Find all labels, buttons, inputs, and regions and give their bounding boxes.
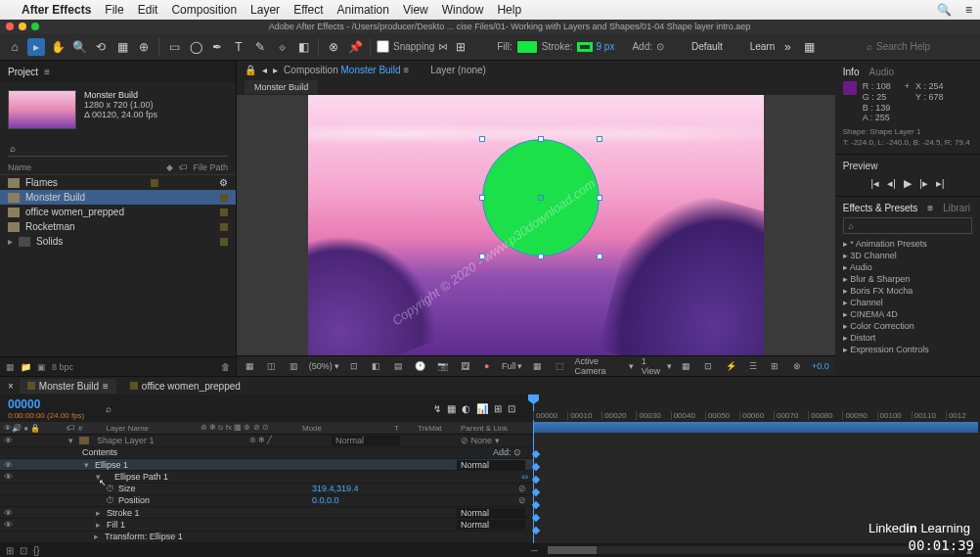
menu-extra-icon[interactable]: ≡: [965, 3, 972, 17]
blend-mode-select[interactable]: Normal: [457, 460, 525, 470]
flowchart-icon[interactable]: ⊞: [768, 358, 782, 374]
menu-edit[interactable]: Edit: [138, 3, 158, 17]
layer-row[interactable]: 👁 ▸ Stroke 1 Normal: [0, 507, 533, 519]
mask-icon[interactable]: ◧: [369, 358, 383, 374]
interpret-icon[interactable]: ▦: [6, 362, 15, 372]
effects-category[interactable]: ▸ Audio: [843, 261, 972, 273]
menu-animation[interactable]: Animation: [337, 3, 389, 17]
effects-category[interactable]: ▸ Channel: [843, 297, 972, 308]
time-ruler[interactable]: 0000000010000200003000040000500006000070…: [533, 395, 980, 422]
twirl-icon[interactable]: ▾: [84, 460, 89, 470]
maximize-window-icon[interactable]: [31, 23, 39, 30]
layer-row[interactable]: 👁 ▾ Ellipse 1 Normal: [0, 459, 533, 471]
add-label[interactable]: Add: ⊙: [632, 41, 664, 52]
settings-icon[interactable]: ⚙: [219, 177, 228, 188]
tag-icon[interactable]: ◆: [166, 162, 173, 172]
ellipse-tool-icon[interactable]: ◯: [187, 38, 204, 56]
stroke-color-swatch[interactable]: [577, 42, 593, 52]
project-item[interactable]: Flames⚙: [0, 175, 236, 190]
roto-tool-icon[interactable]: ⊗: [325, 38, 342, 56]
effects-category[interactable]: ▸ Boris FX Mocha: [843, 285, 972, 297]
timeline-icon[interactable]: ☰: [745, 358, 760, 374]
help-search-input[interactable]: [876, 41, 974, 52]
twirl-icon[interactable]: ▸: [94, 532, 99, 541]
workspace-learn[interactable]: Learn: [750, 41, 776, 52]
menu-composition[interactable]: Composition: [171, 3, 237, 17]
effects-tab[interactable]: Effects & Presets: [843, 203, 918, 213]
preview-tab[interactable]: Preview: [843, 161, 972, 171]
toggle-switches-icon[interactable]: ⊞: [6, 545, 14, 556]
pixel-aspect-icon[interactable]: ⊡: [701, 358, 716, 374]
share-view-icon[interactable]: ▦: [680, 358, 694, 374]
label-col-icon[interactable]: 🏷: [67, 424, 74, 433]
transform-handle[interactable]: [479, 195, 485, 201]
camera-tool-icon[interactable]: ▦: [113, 38, 131, 56]
motion-blur-icon[interactable]: ◐: [462, 403, 470, 414]
transform-handle[interactable]: [597, 254, 602, 259]
layer-row[interactable]: ▸ Transform: Ellipse 1: [0, 532, 533, 543]
current-time[interactable]: 00000: [8, 397, 84, 411]
zoom-select[interactable]: (50%) ▾: [309, 361, 339, 371]
time-icon[interactable]: 🕐: [414, 358, 428, 374]
first-frame-icon[interactable]: |◂: [870, 177, 879, 190]
draft-3d-icon[interactable]: ⊞: [494, 403, 502, 414]
3d-icon[interactable]: ⬚: [553, 358, 567, 374]
close-tab-icon[interactable]: ×: [8, 381, 14, 392]
menu-effect[interactable]: Effect: [293, 3, 323, 17]
menu-file[interactable]: File: [105, 3, 123, 17]
property-row[interactable]: ⏱ Position 0.0,0.0 ⊘: [0, 495, 533, 507]
zoom-tool-icon[interactable]: 🔍: [70, 38, 88, 56]
layer-outline[interactable]: 👁🔊 ● 🔒 🏷 # Layer Name ⊛ ✻ ⧅ fx ▦ ⊕ ⊘ ⊙ M…: [0, 422, 533, 543]
roi-icon[interactable]: ◫: [265, 358, 280, 374]
visibility-icon[interactable]: 👁: [4, 472, 18, 482]
transform-handle[interactable]: [479, 136, 485, 142]
project-item[interactable]: ▸Solids: [0, 234, 236, 249]
timeline-tab[interactable]: office women_prepped: [122, 379, 248, 394]
app-menu[interactable]: After Effects: [22, 3, 91, 17]
graph-editor-icon[interactable]: 📊: [476, 403, 488, 414]
search-icon[interactable]: ⌕: [106, 403, 111, 414]
type-icon[interactable]: 🏷: [179, 162, 188, 172]
effects-category[interactable]: ▸ 3D Channel: [843, 250, 972, 261]
blend-mode-select[interactable]: Normal: [457, 520, 525, 530]
transform-handle[interactable]: [538, 254, 544, 259]
audio-tab[interactable]: Audio: [869, 67, 894, 77]
brush-tool-icon[interactable]: ✎: [251, 38, 269, 56]
stroke-width[interactable]: 9 px: [597, 41, 615, 52]
project-list[interactable]: Flames⚙ Monster Build office women_prepp…: [0, 175, 236, 356]
trash-icon[interactable]: 🗑: [221, 362, 230, 372]
hand-tool-icon[interactable]: ✋: [49, 38, 67, 56]
camera-select[interactable]: Active Camera ▾: [575, 356, 634, 376]
visibility-icon[interactable]: 👁: [4, 460, 18, 470]
transform-handle[interactable]: [479, 254, 485, 259]
home-icon[interactable]: ⌂: [6, 38, 23, 56]
snap-opt-icon[interactable]: ⊞: [452, 38, 469, 56]
alpha-icon[interactable]: ▦: [243, 358, 257, 374]
sync-icon[interactable]: ▦: [800, 38, 818, 56]
libraries-tab[interactable]: Librari: [943, 203, 970, 213]
transform-handle[interactable]: [597, 195, 602, 201]
frame-blend-icon[interactable]: ▦: [447, 403, 456, 414]
layer-row[interactable]: 👁 ▾ Shape Layer 1 ⊛ ✻ ╱ Normal ⊘ None ▾: [0, 435, 533, 446]
lock-icon[interactable]: 🔒: [245, 65, 256, 75]
menu-help[interactable]: Help: [497, 3, 521, 17]
project-item[interactable]: office women_prepped: [0, 205, 236, 219]
workspace-default[interactable]: Default: [691, 41, 723, 52]
timeline-tab[interactable]: Monster Build ≡: [20, 379, 116, 394]
comp-marker-icon[interactable]: ▸: [273, 65, 278, 75]
panel-menu-icon[interactable]: ≡: [44, 67, 50, 77]
pen-tool-icon[interactable]: ✒: [208, 38, 226, 56]
snapshot-icon[interactable]: 📷: [435, 358, 450, 374]
safe-zone-icon[interactable]: ⊡: [347, 358, 362, 374]
visibility-icon[interactable]: 👁: [4, 520, 18, 530]
layer-tab[interactable]: Layer (none): [430, 65, 486, 75]
selection-tool-icon[interactable]: ▸: [27, 38, 45, 56]
add-menu[interactable]: Add: ⊙: [493, 447, 521, 457]
property-value[interactable]: 319.4,319.4: [312, 484, 390, 493]
comp-nav-icon[interactable]: ◂: [262, 65, 267, 75]
grid-icon[interactable]: ▥: [287, 358, 301, 374]
twirl-icon[interactable]: ▾↖: [96, 472, 109, 482]
pan-behind-tool-icon[interactable]: ⊕: [135, 38, 153, 56]
shy-icon[interactable]: ↯: [433, 403, 441, 414]
timeline-zoom-slider[interactable]: [548, 546, 955, 554]
